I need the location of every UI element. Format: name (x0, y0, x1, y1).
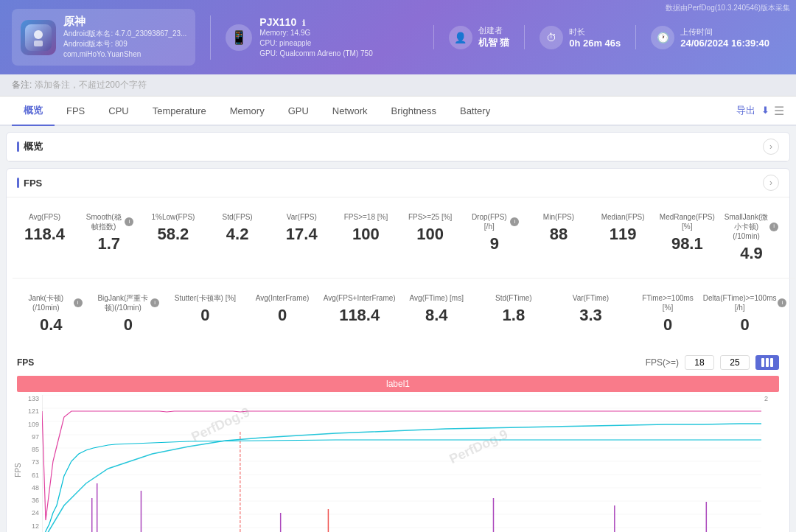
stat-value: 1.8 (483, 306, 545, 325)
stat-label: Avg(FTime) [ms] (405, 293, 468, 303)
app-name: 原神 (63, 15, 186, 29)
fps-stat-cell: FPS>=18 [%] 100 (334, 206, 398, 269)
app-version-name: Android版本名: 4.7.0_23093867_23... (63, 29, 186, 39)
tab-temperature[interactable]: Temperature (141, 98, 218, 125)
fps-threshold-input-1[interactable] (685, 355, 714, 370)
duration-info: 时长 0h 26m 46s (569, 27, 621, 49)
device-name: PJX110 ℹ (259, 16, 372, 28)
y-axis-right-values: 2 0 (761, 395, 779, 532)
export-button[interactable]: 导出 ⬇ (736, 98, 769, 123)
stat-label: 1%Low(FPS) (148, 212, 198, 222)
stat-label: Avg(InterFrame) (251, 293, 314, 303)
stat-label: Drop(FPS) [/h]i (469, 212, 519, 231)
export-icon: ⬇ (761, 105, 769, 116)
fps-stat-cell: BigJank(严重卡顿)(/10min)i 0 (90, 287, 167, 340)
stat-value: 4.2 (213, 225, 262, 244)
stat-label: Jank(卡顿)(/10min)i (20, 293, 83, 312)
stat-label: Smooth(稳帧指数)i (84, 212, 133, 231)
fps-threshold-label: FPS(>=) (646, 357, 679, 368)
remark-bar: 备注: 添加备注，不超过200个字符 (0, 74, 796, 97)
tab-gpu[interactable]: GPU (276, 98, 321, 125)
header-stats: 👤 创建者 机智 猫 ⏱ 时长 0h 26m 46s 🕐 上传时间 24/06/… (433, 25, 784, 49)
stat-label: Avg(FPS+InterFrame) (328, 293, 391, 303)
fps-stat-cell: 1%Low(FPS) 58.2 (141, 206, 205, 269)
stat-value: 58.2 (148, 225, 198, 244)
tab-bar: 概览 FPS CPU Temperature Memory GPU Networ… (0, 97, 796, 126)
y-axis-left: FPS 133 121 109 97 85 73 61 48 36 24 12 … (17, 395, 42, 532)
fps-stat-cell: Var(FTime) 3.3 (552, 287, 629, 340)
fps-stat-cell: Drop(FPS) [/h]i 9 (462, 206, 526, 269)
upload-value: 24/06/2024 16:39:40 (680, 38, 769, 49)
fps-chart-header: FPS FPS(>=) (7, 349, 789, 376)
tab-network[interactable]: Network (321, 98, 380, 125)
fps-stats-row1: Avg(FPS) 118.4 Smooth(稳帧指数)i 1.7 1%Low(F… (7, 197, 789, 278)
chart-svg-container: PerfDog.9 PerfDog.9 (42, 395, 761, 532)
header: 数据由PerfDog(10.3.240546)版本采集 原神 Android版本… (0, 0, 796, 74)
info-icon: i (74, 298, 83, 307)
tab-memory[interactable]: Memory (218, 98, 276, 125)
fps-y-label: FPS (14, 463, 22, 477)
app-info-block: 原神 Android版本名: 4.7.0_23093867_23... Andr… (12, 9, 195, 66)
stat-value: 0 (713, 315, 776, 335)
tab-cpu[interactable]: CPU (97, 98, 140, 125)
tab-brightness[interactable]: Brightness (380, 98, 448, 125)
creator-icon: 👤 (449, 26, 472, 49)
fps-stat-cell: Avg(FPS) 118.4 (13, 206, 77, 269)
stat-value: 1.7 (84, 234, 133, 253)
chart-wrapper: FPS 133 121 109 97 85 73 61 48 36 24 12 … (17, 395, 779, 532)
fps-stat-cell: Avg(InterFrame) 0 (244, 287, 321, 340)
upload-info: 上传时间 24/06/2024 16:39:40 (680, 27, 769, 49)
creator-info: 创建者 机智 猫 (478, 25, 510, 49)
creator-label: 创建者 (478, 25, 510, 36)
info-icon: i (778, 298, 786, 307)
fps-stat-cell: Std(FTime) 1.8 (475, 287, 553, 340)
fps-stats-row2: Jank(卡顿)(/10min)i 0.4 BigJank(严重卡顿)(/10m… (7, 279, 789, 349)
header-divider-1 (210, 15, 211, 60)
fps-stat-cell: Std(FPS) 4.2 (206, 206, 270, 269)
stat-label: Delta(FTime)>=100ms [/h]i (713, 293, 776, 312)
overview-toggle-button[interactable]: › (763, 139, 779, 155)
stat-label: FTime>=100ms [%] (637, 293, 699, 312)
fps-stat-cell: Smooth(稳帧指数)i 1.7 (77, 206, 141, 269)
fps-stat-cell: Jank(卡顿)(/10min)i 0.4 (13, 287, 90, 340)
device-cpu: CPU: pineapple (259, 38, 372, 49)
info-icon: i (769, 223, 778, 231)
app-icon (21, 20, 56, 55)
fps-threshold-input-2[interactable] (720, 355, 750, 370)
fps-stat-cell: SmallJank(微小卡顿)(/10min)i 4.9 (719, 206, 783, 269)
stat-value: 118.4 (328, 306, 391, 325)
tab-overview[interactable]: 概览 (12, 97, 55, 126)
tab-fps[interactable]: FPS (55, 98, 97, 125)
stat-duration: ⏱ 时长 0h 26m 46s (524, 25, 635, 49)
fps-stat-cell: Avg(FPS+InterFrame) 118.4 (321, 287, 398, 340)
stat-value: 0 (97, 315, 160, 335)
device-details: PJX110 ℹ Memory: 14.9G CPU: pineapple GP… (259, 16, 372, 59)
stat-value: 0 (174, 306, 237, 325)
stat-label: Std(FPS) (213, 212, 262, 222)
stat-value: 88 (534, 225, 583, 244)
stat-label: Var(FTime) (559, 293, 622, 303)
stat-label: Stutter(卡顿率) [%] (174, 293, 237, 303)
svg-rect-2 (34, 41, 43, 46)
stat-value: 9 (469, 234, 519, 253)
header-note: 数据由PerfDog(10.3.240546)版本采集 (666, 3, 790, 13)
chart-type-button[interactable] (755, 355, 779, 370)
upload-icon: 🕐 (651, 26, 674, 49)
stat-label: Median(FPS) (598, 212, 648, 222)
creator-value: 机智 猫 (478, 36, 510, 49)
svg-point-1 (34, 30, 43, 39)
chart-bar-1 (761, 358, 764, 367)
stat-value: 118.4 (20, 225, 69, 244)
app-package: com.miHoYo.YuanShen (63, 49, 186, 60)
device-info-block: 📱 PJX110 ℹ Memory: 14.9G CPU: pineapple … (226, 16, 372, 59)
stat-value: 0 (637, 315, 699, 335)
fps-stat-cell: Var(FPS) 17.4 (270, 206, 334, 269)
fps-stat-cell: Stutter(卡顿率) [%] 0 (167, 287, 244, 340)
stat-label: Min(FPS) (534, 212, 583, 222)
fps-stat-cell: Delta(FTime)>=100ms [/h]i 0 (706, 287, 783, 340)
fps-toggle-button[interactable]: › (763, 175, 779, 191)
device-gpu: GPU: Qualcomm Adreno (TM) 750 (259, 49, 372, 59)
tab-battery[interactable]: Battery (448, 98, 502, 125)
menu-icon[interactable]: ☰ (774, 104, 784, 118)
stat-value: 0 (251, 306, 314, 325)
